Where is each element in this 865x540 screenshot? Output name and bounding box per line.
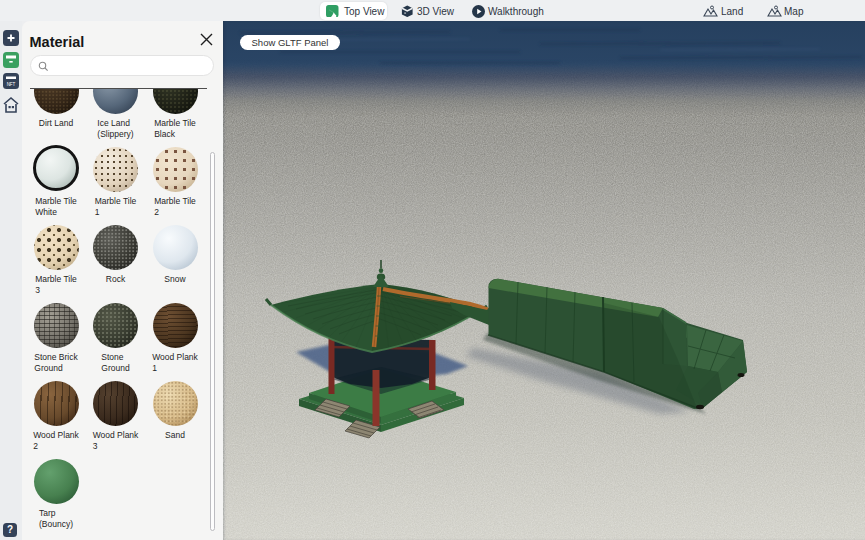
svg-text:NFT: NFT: [7, 81, 16, 86]
